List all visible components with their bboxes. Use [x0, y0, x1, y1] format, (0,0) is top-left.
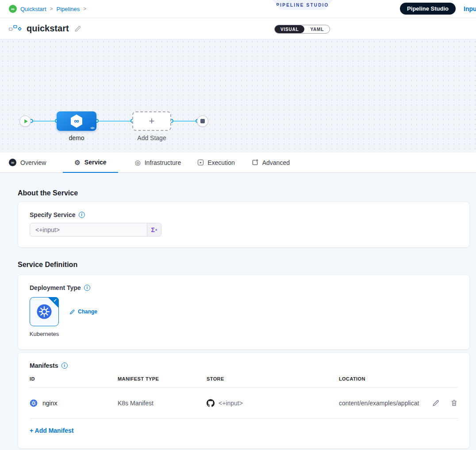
service-tab-content: About the Service Specify Service i Σx S…	[0, 173, 476, 450]
manifests-heading: Manifests	[30, 362, 58, 369]
column-manifest-type: MANIFEST TYPE	[118, 376, 207, 381]
pipeline-studio-button[interactable]: Pipeline Studio	[400, 3, 456, 15]
execution-play-icon: ▸	[198, 160, 203, 165]
about-service-heading: About the Service	[18, 189, 470, 197]
change-label: Change	[78, 309, 97, 315]
input-sets-link[interactable]: Inpu	[464, 5, 476, 12]
breadcrumb-pipelines[interactable]: Pipelines	[57, 6, 80, 12]
expression-button[interactable]: Σx	[147, 223, 161, 236]
service-input[interactable]	[30, 223, 147, 236]
overview-icon: ∞	[9, 159, 16, 166]
add-manifest-link[interactable]: + Add Manifest	[30, 427, 73, 434]
top-bar: ∞ Quickstart > Pipelines > PIPELINE STUD…	[0, 0, 476, 18]
deployment-type-label: Deployment Type	[30, 284, 81, 291]
tab-overview[interactable]: ∞ Overview	[9, 153, 46, 172]
change-deployment-type-link[interactable]: Change	[69, 309, 97, 315]
edge-stage-to-addstage	[96, 121, 132, 122]
toggle-yaml[interactable]: YAML	[304, 25, 330, 33]
info-icon[interactable]: i	[79, 212, 85, 218]
pencil-icon	[74, 25, 81, 32]
edge-addstage-to-end	[171, 121, 197, 122]
pipeline-studio-page: { "topbar": { "breadcrumb": { "items": […	[0, 0, 476, 450]
tab-advanced[interactable]: Advanced	[252, 153, 290, 172]
edge-start-to-stage	[31, 121, 57, 122]
specify-service-card: Specify Service i Σx	[18, 202, 470, 248]
github-icon	[207, 399, 215, 407]
pencil-icon	[69, 309, 75, 315]
plus-icon: +	[149, 115, 155, 127]
tab-label: Advanced	[262, 159, 290, 166]
visual-yaml-toggle: VISUAL YAML	[274, 25, 330, 34]
kubernetes-caption: Kubernetes	[29, 331, 60, 337]
column-store: STORE	[207, 376, 339, 381]
kubernetes-icon	[30, 399, 38, 407]
delete-manifest-button[interactable]	[450, 399, 458, 407]
manifest-location: content/en/examples/applicat	[339, 400, 426, 407]
manifests-table: ID MANIFEST TYPE STORE LOCATION	[30, 376, 458, 419]
pencil-icon	[432, 399, 440, 407]
tab-label: Execution	[207, 159, 234, 166]
service-input-group: Σx	[30, 223, 161, 236]
info-icon[interactable]: i	[84, 285, 90, 291]
toggle-visual[interactable]: VISUAL	[275, 25, 304, 33]
add-stage-node[interactable]: +	[132, 111, 171, 131]
page-title: quickstart	[27, 23, 69, 34]
tab-execution[interactable]: ▸ Execution	[198, 153, 234, 172]
start-node[interactable]	[19, 115, 31, 127]
play-icon	[23, 119, 28, 124]
edit-pipeline-name-button[interactable]	[74, 25, 81, 32]
table-header-row: ID MANIFEST TYPE STORE LOCATION	[30, 376, 458, 388]
harness-logo-icon: ∞	[9, 5, 17, 13]
breadcrumb: ∞ Quickstart > Pipelines >	[9, 5, 86, 13]
specify-service-label: Specify Service	[30, 211, 76, 218]
info-icon[interactable]: i	[61, 362, 68, 369]
tab-label: Service	[84, 159, 107, 166]
trash-icon	[450, 399, 458, 407]
gear-icon: ⚙	[74, 159, 80, 166]
add-stage-label: Add Stage	[129, 134, 174, 141]
deployment-type-card: Deployment Type i ✓	[18, 275, 470, 350]
breadcrumb-separator: >	[83, 6, 86, 12]
check-icon: ✓	[54, 298, 57, 303]
tab-service[interactable]: ⚙ Service	[63, 153, 118, 173]
tab-label: Infrastructure	[145, 159, 181, 166]
edit-manifest-button[interactable]	[432, 399, 440, 407]
stage-tabs: ∞ Overview ⚙ Service ◎ Infrastructure ▸ …	[0, 153, 476, 173]
kubernetes-type-tile[interactable]: ✓	[30, 297, 59, 326]
column-id: ID	[30, 376, 118, 381]
sigma-sup: x	[155, 228, 157, 232]
manifest-type: K8s Manifest	[118, 400, 207, 407]
breadcrumb-separator: >	[50, 6, 53, 12]
code-badge-icon: </>	[90, 126, 94, 130]
stage-label: demo	[57, 134, 96, 141]
manifest-id: nginx	[42, 400, 57, 407]
stop-icon	[200, 119, 205, 123]
column-location: LOCATION	[339, 376, 458, 381]
breadcrumb-quickstart[interactable]: Quickstart	[20, 6, 46, 12]
harness-deploy-icon: ∞	[70, 114, 83, 128]
tab-infrastructure[interactable]: ◎ Infrastructure	[135, 153, 181, 172]
title-bar: quickstart VISUAL YAML	[0, 18, 476, 39]
infrastructure-icon: ◎	[135, 159, 141, 166]
pipeline-studio-ribbon: PIPELINE STUDIO	[273, 0, 333, 10]
tab-label: Overview	[20, 159, 46, 166]
manifest-store: <+input>	[219, 400, 243, 407]
table-row[interactable]: nginx K8s Manifest <+input> content/en/e…	[30, 388, 458, 419]
stage-node-demo[interactable]: ∞ </>	[57, 111, 96, 131]
pipeline-icon	[9, 25, 22, 32]
sigma-icon: Σ	[151, 226, 155, 233]
advanced-icon	[252, 159, 258, 166]
service-definition-heading: Service Definition	[18, 261, 470, 269]
manifests-card: Manifests i ID MANIFEST TYPE STORE LOCAT…	[18, 352, 470, 449]
pipeline-canvas[interactable]: ∞ </> demo + Add Stage	[0, 39, 476, 153]
end-node[interactable]	[197, 115, 208, 127]
